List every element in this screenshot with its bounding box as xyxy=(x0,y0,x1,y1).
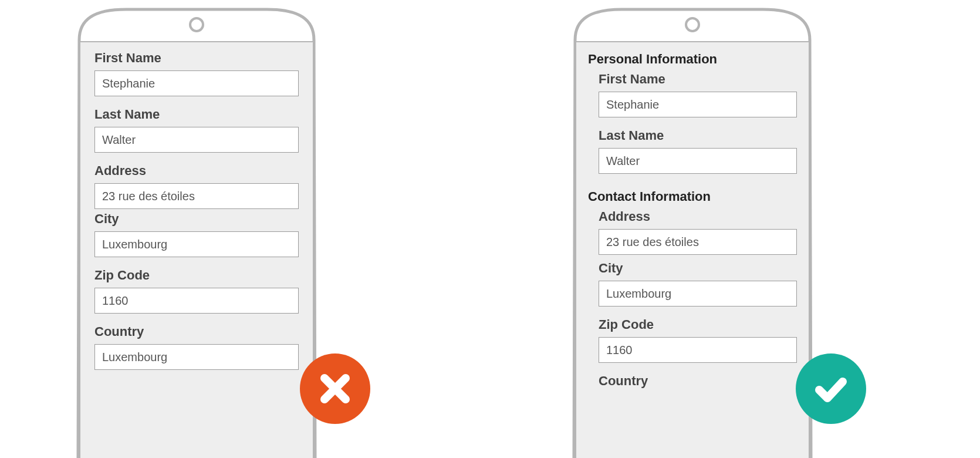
label-city: City xyxy=(599,261,797,276)
input-first-name[interactable] xyxy=(94,70,299,96)
input-country[interactable] xyxy=(94,344,299,370)
input-last-name[interactable] xyxy=(599,148,797,174)
status-badge-good xyxy=(796,353,866,424)
field-country: Country xyxy=(599,373,797,389)
phone-mockup-bad: First Name Last Name Address City Zip Co xyxy=(56,5,337,458)
svg-point-1 xyxy=(686,18,699,31)
section-heading-personal: Personal Information xyxy=(588,52,797,67)
status-badge-bad xyxy=(300,353,370,424)
section-heading-contact: Contact Information xyxy=(588,189,797,204)
label-zip: Zip Code xyxy=(94,268,299,283)
label-address: Address xyxy=(599,209,797,224)
label-address: Address xyxy=(94,163,299,179)
input-zip[interactable] xyxy=(599,337,797,363)
field-first-name: First Name xyxy=(599,72,797,117)
field-city: City xyxy=(94,211,299,257)
label-country: Country xyxy=(599,373,797,389)
input-first-name[interactable] xyxy=(599,92,797,117)
field-city: City xyxy=(599,261,797,307)
input-last-name[interactable] xyxy=(94,127,299,153)
label-last-name: Last Name xyxy=(94,107,299,122)
label-city: City xyxy=(94,211,299,227)
field-zip: Zip Code xyxy=(599,317,797,363)
label-last-name: Last Name xyxy=(599,128,797,143)
field-address: Address xyxy=(599,209,797,255)
field-zip: Zip Code xyxy=(94,268,299,314)
phone-screen: Personal Information First Name Last Nam… xyxy=(575,41,810,458)
label-zip: Zip Code xyxy=(599,317,797,332)
phone-mockup-good: Personal Information First Name Last Nam… xyxy=(552,5,833,458)
label-first-name: First Name xyxy=(94,50,299,66)
input-address[interactable] xyxy=(94,183,299,209)
field-last-name: Last Name xyxy=(599,128,797,174)
cross-icon xyxy=(316,370,354,408)
input-city[interactable] xyxy=(599,281,797,307)
comparison-diagram: First Name Last Name Address City Zip Co xyxy=(0,0,980,458)
field-last-name: Last Name xyxy=(94,107,299,153)
check-icon xyxy=(812,370,850,408)
input-zip[interactable] xyxy=(94,288,299,314)
field-address: Address xyxy=(94,163,299,209)
label-first-name: First Name xyxy=(599,72,797,87)
input-city[interactable] xyxy=(94,231,299,257)
svg-point-0 xyxy=(190,18,203,31)
field-country: Country xyxy=(94,324,299,370)
label-country: Country xyxy=(94,324,299,339)
field-first-name: First Name xyxy=(94,50,299,96)
phone-screen: First Name Last Name Address City Zip Co xyxy=(79,41,314,458)
input-address[interactable] xyxy=(599,229,797,255)
